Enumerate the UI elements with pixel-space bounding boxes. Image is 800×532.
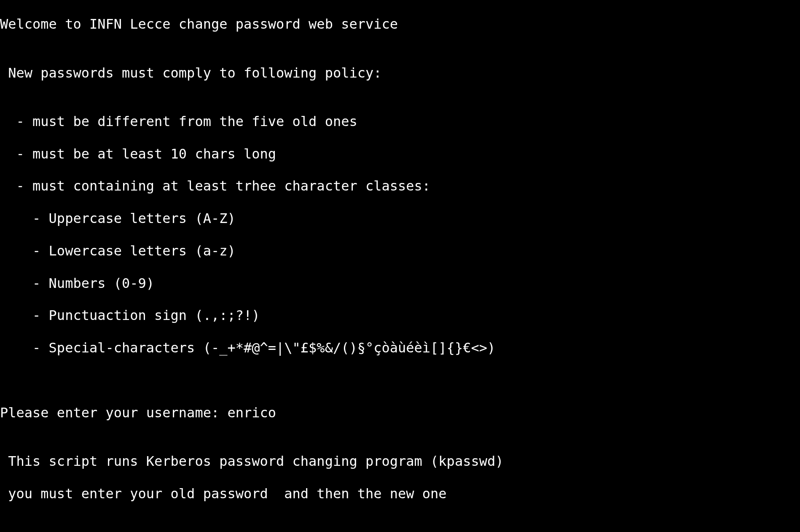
username-line: Please enter your username: enrico: [0, 405, 800, 421]
policy-rule: - must containing at least trhee charact…: [0, 178, 800, 194]
policy-class: - Lowercase letters (a-z): [0, 243, 800, 259]
script-info: This script runs Kerberos password chang…: [0, 453, 800, 469]
policy-class: - Punctuaction sign (.,:;?!): [0, 307, 800, 323]
username-value: enrico: [227, 405, 276, 421]
policy-class: - Uppercase letters (A-Z): [0, 210, 800, 226]
username-prompt: Please enter your username:: [0, 405, 227, 421]
policy-intro: New passwords must comply to following p…: [0, 65, 800, 81]
policy-class: - Numbers (0-9): [0, 275, 800, 291]
script-info: you must enter your old password and the…: [0, 486, 800, 502]
welcome-line: Welcome to INFN Lecce change password we…: [0, 16, 800, 32]
terminal-screen[interactable]: Welcome to INFN Lecce change password we…: [0, 0, 800, 532]
policy-rule: - must be at least 10 chars long: [0, 146, 800, 162]
policy-class: - Special-characters (-_+*#@^=|\"£$%&/()…: [0, 340, 800, 356]
policy-rule: - must be different from the five old on…: [0, 113, 800, 129]
